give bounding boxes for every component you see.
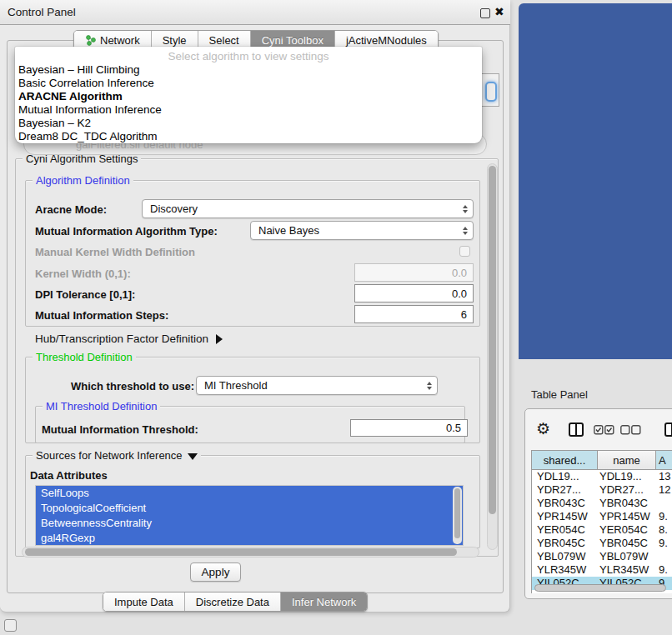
scrollbar-thumb[interactable] — [489, 166, 496, 514]
sources-group-title[interactable]: Sources for Network Inference — [33, 449, 201, 462]
control-panel-title: Control Panel — [8, 6, 76, 18]
table-cell: YPR145W — [598, 510, 656, 523]
table-cell: 13 — [656, 470, 672, 483]
close-window-icon[interactable]: ✖ — [494, 5, 504, 18]
hub-definition-row[interactable]: Hub/Transcription Factor Definition — [35, 332, 223, 345]
table-row[interactable]: YPR145WYPR145W9. — [532, 510, 672, 523]
algorithm-option[interactable]: Dream8 DC_TDC Algorithm — [15, 130, 482, 143]
table-cell: YBL079W — [532, 550, 598, 563]
threshold-definition-title: Threshold Definition — [33, 351, 136, 363]
algorithm-option[interactable]: Bayesian – Hill Climbing — [15, 63, 482, 77]
table-unchecked-columns-icon[interactable] — [620, 425, 641, 435]
stepper-icon — [427, 382, 432, 390]
tab-label: Infer Network — [292, 596, 356, 608]
table-columns-icon[interactable] — [569, 422, 584, 437]
stepper-icon — [463, 227, 468, 235]
apply-button[interactable]: Apply — [190, 562, 241, 582]
table-cell — [656, 550, 672, 563]
algorithm-option[interactable]: Bayesian – K2 — [15, 117, 482, 130]
tab-discretize-data[interactable]: Discretize Data — [185, 592, 281, 611]
stepper-icon — [463, 205, 468, 213]
which-threshold-combo[interactable]: MI Threshold — [196, 376, 438, 395]
table-cell: YER054C — [532, 523, 598, 537]
scrollbar-thumb[interactable] — [25, 548, 457, 556]
mi-threshold-field[interactable]: 0.5 — [350, 419, 468, 437]
mi-threshold-label: Mutual Information Threshold: — [42, 423, 198, 436]
data-attributes-label: Data Attributes — [30, 469, 108, 482]
table-hscrollbar[interactable] — [532, 583, 672, 593]
tab-label: Style — [163, 34, 187, 47]
col-header-name[interactable]: name — [598, 451, 656, 470]
control-panel-window: Control Panel ✖ Network Style — [0, 0, 510, 612]
network-icon — [85, 35, 96, 46]
table-row[interactable]: YDR27...YDR27...12 — [532, 483, 672, 497]
dpi-tolerance-field[interactable]: 0.0 — [354, 284, 474, 302]
mi-algorithm-type-combo[interactable]: Naive Bayes — [250, 221, 474, 240]
aracne-mode-combo[interactable]: Discovery — [142, 199, 474, 218]
tab-label: Select — [209, 34, 239, 47]
data-attribute-item[interactable]: gal4RGexp — [36, 531, 463, 546]
hub-definition-label: Hub/Transcription Factor Definition — [35, 332, 208, 345]
tab-impute-data[interactable]: Impute Data — [103, 592, 185, 611]
table-row[interactable]: YLR345WYLR345W9. — [532, 563, 672, 577]
table-row[interactable]: YER054CYER054C8. — [532, 523, 672, 537]
which-threshold-value: MI Threshold — [204, 379, 268, 392]
float-window-icon[interactable] — [480, 8, 490, 18]
table-gear-icon[interactable]: ⚙ — [536, 419, 550, 438]
algorithm-option[interactable]: Basic Correlation Inference — [15, 77, 482, 90]
manual-kernel-checkbox[interactable] — [459, 246, 470, 257]
dpi-tolerance-label: DPI Tolerance [0,1]: — [35, 288, 135, 301]
table-cell: YLR345W — [532, 563, 598, 577]
which-threshold-label: Which threshold to use: — [71, 380, 194, 392]
mini-panel-icon[interactable] — [4, 619, 17, 632]
table-cell — [656, 497, 672, 510]
attr-list-scrollbar[interactable] — [453, 487, 462, 544]
table-cell: YBR045C — [598, 537, 656, 550]
table-row[interactable]: YDL19...YDL19...13 — [532, 470, 672, 483]
table-cell: 8. — [656, 523, 672, 537]
mi-steps-field[interactable]: 6 — [354, 305, 474, 323]
scrollbar-thumb[interactable] — [454, 488, 460, 538]
bottom-tabbar: Impute Data Discretize Data Infer Networ… — [103, 592, 368, 612]
algorithm-option[interactable]: Mutual Information Inference — [15, 103, 482, 117]
table-cell: YER054C — [598, 523, 656, 537]
tab-infer-network[interactable]: Infer Network — [281, 592, 367, 611]
settings-vscrollbar[interactable] — [487, 163, 498, 550]
aracne-mode-label: Aracne Mode: — [35, 203, 107, 216]
table-cell: YDR27... — [532, 483, 598, 497]
tab-label: Network — [100, 34, 140, 47]
table-cell: YDR27... — [598, 483, 656, 497]
network-frame: GALGAL80GAL10GAL1GAL11GAL4SWI4GCY1HAP4YH… — [519, 3, 672, 359]
table-cell: YBL079W — [598, 550, 656, 563]
focused-combo-fragment[interactable] — [481, 73, 499, 107]
tab-label: Cyni Toolbox — [262, 34, 323, 47]
settings-hscrollbar[interactable] — [22, 547, 479, 558]
col-header-3[interactable]: A — [656, 451, 672, 470]
mi-algorithm-type-label: Mutual Information Algorithm Type: — [35, 225, 218, 238]
algorithm-definition-title: Algorithm Definition — [33, 174, 133, 187]
data-attribute-item[interactable]: TopologicalCoefficient — [36, 501, 463, 516]
data-attribute-item[interactable]: SelfLoops — [36, 486, 463, 501]
algorithm-option[interactable]: ARACNE Algorithm — [15, 90, 482, 103]
algorithm-dropdown-list: Bayesian – Hill ClimbingBasic Correlatio… — [15, 63, 482, 143]
table-extra-icon[interactable] — [664, 422, 672, 437]
table-cell: YBR043C — [532, 497, 598, 510]
table-cell: 9. — [656, 563, 672, 577]
expand-right-icon — [216, 334, 223, 344]
control-panel-titlebar: Control Panel ✖ — [0, 0, 510, 25]
data-attributes-list: SelfLoopsTopologicalCoefficientBetweenne… — [35, 485, 464, 546]
sources-title-text: Sources for Network Inference — [36, 449, 183, 462]
table-cell: 9. — [656, 537, 672, 550]
table-row[interactable]: YBL079WYBL079W — [532, 550, 672, 563]
table-checked-columns-icon[interactable] — [594, 425, 614, 435]
table-cell: YPR145W — [532, 510, 598, 523]
kernel-width-field[interactable]: 0.0 — [354, 263, 474, 282]
table-row[interactable]: YBR043CYBR043C — [532, 497, 672, 510]
scrollbar-thumb[interactable] — [534, 584, 666, 592]
kernel-width-label: Kernel Width (0,1): — [35, 268, 131, 280]
col-header-shared[interactable]: shared... — [532, 451, 598, 470]
table-row[interactable]: YBR045CYBR045C9. — [532, 537, 672, 550]
table-body: YDL19...YDL19...13YDR27...YDR27...12YBR0… — [532, 470, 672, 593]
table-cell: 9. — [656, 510, 672, 523]
data-attribute-item[interactable]: BetweennessCentrality — [36, 516, 463, 531]
